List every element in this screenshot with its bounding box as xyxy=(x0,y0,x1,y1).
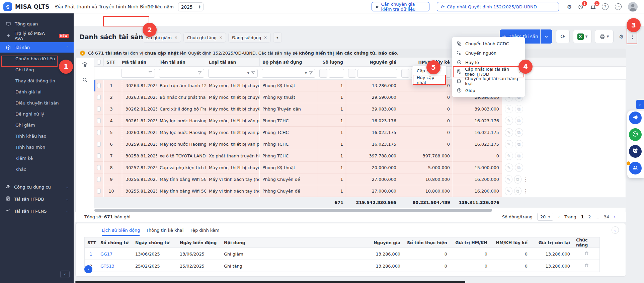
row-checkbox[interactable] xyxy=(97,130,101,135)
rows-per-page-select[interactable]: 20▼ xyxy=(537,213,553,221)
sidebar-item-13[interactable]: Khác xyxy=(0,164,74,175)
filter-input-qty[interactable] xyxy=(329,69,344,78)
trash-icon[interactable] xyxy=(584,251,589,257)
page-2[interactable]: 2 xyxy=(588,214,591,219)
year-select[interactable]: 2025 ▲▼ xyxy=(178,2,204,11)
sidebar-item-11[interactable]: Tính hao mòn xyxy=(0,142,74,153)
menu-item-0[interactable]: Chuyển thành CCDC xyxy=(452,39,525,48)
edit-icon[interactable]: ✎ xyxy=(505,105,513,113)
sidebar-item-10[interactable]: Tính khấu hao xyxy=(0,131,74,142)
funnel-icon[interactable] xyxy=(197,70,202,76)
sidebar-collapse-button[interactable]: ‹ xyxy=(60,271,70,278)
popup-item-1[interactable]: Hủy cập nhật xyxy=(412,75,446,85)
column-header-type[interactable]: Loại tài sản xyxy=(206,58,260,67)
edit-icon[interactable]: ✎ xyxy=(505,140,513,148)
detail-tab-1[interactable]: Thông tin kê khai xyxy=(146,225,183,235)
table-settings-button[interactable]: ⚙ xyxy=(616,30,626,43)
sidebar-item-8[interactable]: Đề nghị xử lý xyxy=(0,109,74,120)
sidebar-item-9[interactable]: Ghi giảm xyxy=(0,120,74,131)
funnel-icon[interactable] xyxy=(251,70,255,76)
settings-icon[interactable]: ⚙ xyxy=(565,3,573,11)
community-button[interactable] xyxy=(629,162,642,174)
detail-column-cost[interactable]: Nguyên giá xyxy=(356,237,403,248)
filter-chip-1[interactable]: Chưa ghi tăng✕ xyxy=(183,32,226,43)
edit-icon[interactable]: ✎ xyxy=(505,163,513,172)
copy-icon[interactable]: ⧉ xyxy=(515,117,523,125)
detail-tab-2[interactable]: Tệp đính kèm xyxy=(190,225,220,235)
help-icon[interactable]: ? xyxy=(602,3,609,10)
filter-operator-cost[interactable]: = xyxy=(348,69,356,78)
edit-icon[interactable]: ✎ xyxy=(505,175,512,184)
sidebar-item-2[interactable]: Tài sản⌃ xyxy=(0,42,74,53)
trash-icon[interactable] xyxy=(584,263,589,269)
sidebar-item-14[interactable]: Công cụ dụng cụ⌄ xyxy=(0,181,74,193)
update-decision-button[interactable]: ⟳ Cập nhật Quyết định 152/2025/QĐ-UBND xyxy=(437,2,559,11)
menu-item-5[interactable]: Giúp xyxy=(452,86,525,95)
row-checkbox[interactable] xyxy=(97,118,101,123)
refresh-button[interactable]: ⟳ xyxy=(556,30,570,43)
column-header-cost[interactable]: Nguyên giá xyxy=(346,58,399,67)
sidebar-item-16[interactable]: Tài sản HT-CNS⌄ xyxy=(0,205,74,217)
detail-column-stt[interactable]: STT xyxy=(84,237,97,248)
horizontal-scrollbar[interactable] xyxy=(94,209,492,212)
detail-tab-0[interactable]: Lịch sử biến động xyxy=(102,225,140,235)
funnel-icon[interactable] xyxy=(148,70,153,76)
copy-icon[interactable]: ⧉ xyxy=(515,105,523,113)
menu-item-2[interactable]: Hủy lô xyxy=(452,58,525,67)
detail-column-doc_date[interactable]: Ngày chứng từ xyxy=(132,237,177,248)
export-excel-button[interactable]: X▼ xyxy=(573,30,592,43)
more-options-icon[interactable]: ⋯ xyxy=(615,3,622,10)
sidebar-item-12[interactable]: Kiểm kê xyxy=(0,153,74,164)
filter-select-dept[interactable]: ▼ xyxy=(262,69,315,78)
funnel-icon[interactable] xyxy=(309,70,313,76)
detail-column-change_date[interactable]: Ngày biến động xyxy=(177,237,221,248)
copy-icon[interactable]: ⧉ xyxy=(515,140,523,148)
copy-icon[interactable]: ⧉ xyxy=(515,152,523,160)
remove-chip-icon[interactable]: ✕ xyxy=(219,36,222,40)
prev-page-icon[interactable]: ‹ xyxy=(558,214,560,219)
filter-select-type[interactable]: ▼ xyxy=(208,69,258,78)
column-header-dept[interactable]: Bộ phận sử dụng xyxy=(260,58,317,67)
menu-item-1[interactable]: Chuyển nguồn xyxy=(452,48,525,58)
edit-icon[interactable]: ✎ xyxy=(505,117,513,125)
filter-input-code[interactable] xyxy=(121,69,155,78)
next-page-icon[interactable]: › xyxy=(614,214,616,219)
copy-icon[interactable]: ⧉ xyxy=(515,163,523,172)
detail-column-hm_value[interactable]: Giá trị HM/KH xyxy=(450,237,490,248)
avatar[interactable] xyxy=(628,2,638,12)
document-link[interactable]: GG17 xyxy=(100,252,112,257)
column-header-name[interactable]: Tên tài sản xyxy=(157,58,206,67)
expand-panel-button[interactable]: › xyxy=(84,265,92,273)
detail-column-doc_no[interactable]: Số chứng từ xyxy=(97,237,132,248)
bell-icon[interactable]: 1 xyxy=(589,3,597,11)
row-more-icon[interactable]: ⋮ xyxy=(523,188,527,194)
detail-column-amount[interactable]: Số tiền thực hiện xyxy=(403,237,450,248)
page-34[interactable]: 34 xyxy=(604,214,609,219)
column-header-stt[interactable]: STT xyxy=(104,58,119,67)
row-checkbox[interactable] xyxy=(97,95,101,100)
edit-icon[interactable]: ✎ xyxy=(505,152,513,160)
column-header-dep[interactable]: HM/KH lũy kế xyxy=(399,58,453,67)
search-icon[interactable] xyxy=(82,77,88,84)
sidebar-item-7[interactable]: Điều chuyển tài sản xyxy=(0,97,74,109)
sidebar-item-0[interactable]: Tổng quan xyxy=(0,18,74,30)
sidebar-item-5[interactable]: Thay đổi thông tin xyxy=(0,75,74,86)
row-checkbox[interactable] xyxy=(97,177,101,182)
detail-column-func[interactable]: Chức năng xyxy=(573,237,600,248)
row-checkbox[interactable] xyxy=(97,165,101,170)
row-checkbox[interactable] xyxy=(97,83,101,88)
print-button[interactable]: ▼ xyxy=(595,30,614,43)
reminder-clock-icon[interactable]: 1 xyxy=(577,3,585,11)
menu-item-3[interactable]: Cập nhật loại tài sản theo TT/QĐ› xyxy=(452,67,525,76)
sidebar-item-6[interactable]: Đánh giá lại xyxy=(0,86,74,97)
row-checkbox[interactable] xyxy=(97,189,101,194)
support-chat-button[interactable] xyxy=(629,128,642,141)
detail-column-content[interactable]: Nội dung xyxy=(221,237,356,248)
row-checkbox[interactable] xyxy=(97,107,101,112)
copy-icon[interactable]: ⧉ xyxy=(515,128,523,137)
document-link[interactable]: GT513 xyxy=(100,264,114,269)
add-asset-dropdown-button[interactable] xyxy=(541,29,552,44)
menu-item-4[interactable]: Chuyển loại tài sản hàng loạt xyxy=(452,76,525,86)
collapse-panel-icon[interactable]: ⌄ xyxy=(612,226,619,234)
remove-chip-icon[interactable]: ✕ xyxy=(264,36,267,40)
